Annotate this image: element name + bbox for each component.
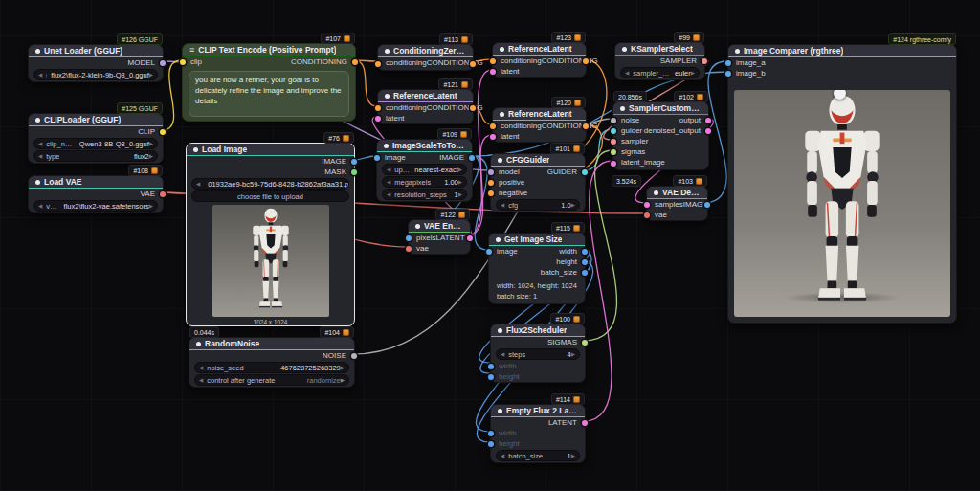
input-port-conditioning[interactable]: [490, 58, 496, 64]
arrow-right-icon[interactable]: ▶: [149, 153, 153, 159]
output-port-output[interactable]: [705, 118, 711, 123]
upload-button[interactable]: choose file to upload: [191, 190, 349, 202]
collapse-dot-icon[interactable]: [385, 94, 390, 99]
output-port-image[interactable]: [704, 202, 710, 208]
arrow-left-icon[interactable]: ◀: [387, 167, 390, 172]
input-port-latent[interactable]: [375, 116, 381, 122]
output-port-image[interactable]: [351, 159, 357, 165]
input-port-noise[interactable]: [611, 118, 616, 123]
input-port-latent[interactable]: [490, 134, 496, 140]
collapse-dot-icon[interactable]: [735, 49, 740, 54]
arrow-right-icon[interactable]: ▶: [458, 179, 462, 185]
arrow-left-icon[interactable]: ◀: [625, 70, 629, 76]
batch-size-widget[interactable]: ◀batch_size1▶: [496, 450, 580, 461]
arrow-right-icon[interactable]: ▶: [458, 191, 462, 197]
node-ksampler-select[interactable]: #99 KSamplerSelect SAMPLER ◀sampler_name…: [614, 42, 705, 80]
collapse-dot-icon[interactable]: [498, 158, 502, 163]
input-port-vae[interactable]: [406, 246, 412, 252]
input-port-width[interactable]: [488, 431, 494, 436]
output-port-height[interactable]: [582, 259, 588, 265]
output-port-noise[interactable]: [351, 353, 357, 359]
input-port-positive[interactable]: [488, 180, 494, 186]
output-port-width[interactable]: [582, 249, 588, 255]
arrow-left-icon[interactable]: ◀: [501, 351, 504, 357]
input-port-image-a[interactable]: [725, 60, 731, 66]
collapse-dot-icon[interactable]: [415, 224, 420, 229]
input-port-samples[interactable]: [644, 202, 650, 208]
output-port-guider[interactable]: [582, 169, 588, 175]
upscale-method-widget[interactable]: ◀upsc ...nearest-exact▶: [382, 164, 467, 175]
vae-name-widget[interactable]: ◀vae_na ...flux2\flux2-vae.safetensors▶: [33, 200, 158, 212]
cfg-widget[interactable]: ◀cfg1.0▶: [496, 199, 580, 211]
input-port-sampler[interactable]: [611, 139, 616, 145]
arrow-right-icon[interactable]: ▶: [691, 70, 695, 76]
arrow-right-icon[interactable]: ▶: [571, 351, 575, 357]
input-port-conditioning[interactable]: [490, 123, 496, 129]
input-port-conditioning[interactable]: [375, 61, 381, 67]
collapse-dot-icon[interactable]: [196, 342, 201, 346]
output-port-vae[interactable]: [160, 191, 166, 197]
output-port-model[interactable]: [160, 60, 166, 66]
input-port-guider[interactable]: [611, 128, 616, 134]
node-load-image[interactable]: #76 Load Image IMAGE MASK ◀i ...01932ae9…: [186, 143, 355, 326]
output-port-conditioning[interactable]: [583, 58, 589, 64]
node-clip-loader[interactable]: #125 GGUF CLIPLoader (GGUF) CLIP ◀clip_n…: [28, 113, 164, 164]
collapse-dot-icon[interactable]: [500, 112, 504, 117]
collapse-dot-icon[interactable]: [622, 47, 627, 52]
arrow-right-icon[interactable]: ▶: [341, 365, 345, 370]
comparer-image[interactable]: [734, 90, 950, 317]
prompt-textarea[interactable]: you are now a refiner, your goal is to d…: [189, 71, 349, 117]
collapse-dot-icon[interactable]: [385, 49, 390, 54]
node-sampler-custom-advanced[interactable]: 20.856s #102 SamplerCustomAdva... noiseo…: [612, 101, 709, 170]
node-reference-latent-121[interactable]: #121 ReferenceLatent conditioningCONDITI…: [377, 89, 474, 124]
node-unet-loader[interactable]: #126 GGUF Unet Loader (GGUF) MODEL ◀un .…: [28, 44, 164, 82]
node-random-noise[interactable]: 0.044s #104 RandomNoise NOISE ◀noise_see…: [189, 337, 355, 388]
arrow-left-icon[interactable]: ◀: [38, 153, 42, 159]
output-port-conditioning[interactable]: [352, 59, 358, 65]
input-port-pixels[interactable]: [406, 235, 412, 241]
collapse-dot-icon[interactable]: [384, 144, 389, 148]
megapixels-widget[interactable]: ◀megapixels1.00▶: [382, 176, 467, 188]
collapse-dot-icon[interactable]: [496, 237, 501, 242]
arrow-right-icon[interactable]: ▶: [341, 377, 345, 383]
arrow-left-icon[interactable]: ◀: [38, 72, 42, 78]
input-port-height[interactable]: [488, 374, 494, 380]
arrow-right-icon[interactable]: ▶: [571, 453, 575, 458]
control-after-generate-widget[interactable]: ◀control after generaterandomize▶: [194, 374, 349, 386]
input-port-latent-image[interactable]: [611, 161, 616, 167]
arrow-left-icon[interactable]: ◀: [199, 377, 203, 383]
output-port-latent[interactable]: [582, 420, 588, 426]
output-port-sigmas[interactable]: [582, 340, 588, 346]
output-port-batch-size[interactable]: [582, 270, 588, 276]
output-port-denoised-output[interactable]: [705, 128, 711, 134]
arrow-left-icon[interactable]: ◀: [501, 202, 504, 208]
output-port-latent[interactable]: [467, 235, 473, 241]
input-port-clip[interactable]: [180, 59, 186, 65]
sampler-name-widget[interactable]: ◀sampler_nameeuler▶: [620, 67, 700, 78]
input-port-negative[interactable]: [488, 190, 494, 196]
menu-icon[interactable]: ≡: [189, 45, 194, 55]
output-port-image[interactable]: [469, 155, 475, 161]
node-clip-text-encode[interactable]: #107 ≡CLIP Text Encode (Positive Prompt)…: [182, 43, 356, 122]
node-cfg-guider[interactable]: #101 CFGGuider modelGUIDER positive nega…: [490, 153, 586, 212]
arrow-left-icon[interactable]: ◀: [387, 179, 390, 185]
output-port-clip[interactable]: [160, 129, 166, 135]
collapse-dot-icon[interactable]: [35, 118, 40, 123]
node-reference-latent-123[interactable]: #123 ReferenceLatent conditioningCONDITI…: [492, 42, 587, 78]
node-get-image-size[interactable]: #115 Get Image Size imagewidth height ba…: [488, 233, 586, 304]
input-port-image[interactable]: [486, 249, 492, 255]
output-port-mask[interactable]: [351, 169, 357, 175]
collapse-dot-icon[interactable]: [35, 180, 40, 185]
arrow-left-icon[interactable]: ◀: [38, 203, 42, 209]
input-port-sigmas[interactable]: [611, 149, 616, 155]
arrow-left-icon[interactable]: ◀: [387, 191, 390, 197]
input-port-image[interactable]: [374, 155, 380, 161]
collapse-dot-icon[interactable]: [498, 328, 502, 333]
image-file-widget[interactable]: ◀i ...01932ae9-bc59-75d6-8428-b2862af3aa…: [191, 178, 349, 190]
collapse-dot-icon[interactable]: [500, 47, 504, 52]
collapse-dot-icon[interactable]: [35, 49, 40, 54]
node-graph-canvas[interactable]: #126 GGUF Unet Loader (GGUF) MODEL ◀un .…: [0, 0, 980, 491]
node-vae-decode[interactable]: 3.524s #103 VAE Deco... samplesIMAGE vae: [646, 186, 708, 221]
resolution-steps-widget[interactable]: ◀resolution_steps1▶: [382, 189, 467, 200]
input-port-height[interactable]: [488, 441, 494, 447]
